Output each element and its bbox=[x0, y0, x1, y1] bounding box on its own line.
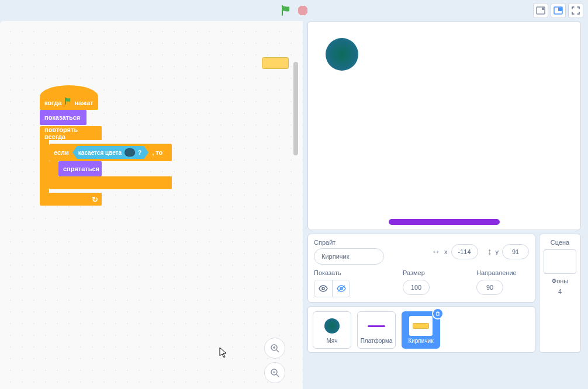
stage-sprite-platform[interactable] bbox=[389, 219, 500, 225]
svg-marker-0 bbox=[298, 6, 307, 15]
show-label: Показать bbox=[314, 269, 350, 276]
hide-block[interactable]: спрятаться bbox=[58, 161, 102, 176]
stage-panel: Сцена Фоны 4 bbox=[539, 234, 581, 353]
sprite-info-panel: Спрайт ↔ x ↕ y bbox=[307, 234, 535, 303]
backdrops-count: 4 bbox=[558, 288, 562, 295]
svg-rect-2 bbox=[542, 8, 544, 10]
if-arm bbox=[49, 161, 58, 176]
horizontal-arrows-icon: ↔ bbox=[431, 246, 441, 257]
workspace-scrollbar[interactable] bbox=[293, 50, 299, 255]
scrollbar-thumb[interactable] bbox=[293, 62, 298, 155]
zoom-controls bbox=[264, 338, 285, 383]
if-prefix: если bbox=[54, 149, 69, 156]
if-body: спрятаться bbox=[49, 161, 172, 176]
sprite-card-label: Мяч bbox=[327, 338, 338, 344]
touching-q: ? bbox=[138, 150, 141, 156]
touching-color-reporter[interactable]: касается цвета ? bbox=[72, 146, 148, 159]
sprite-card-label: Кирпичик bbox=[408, 338, 433, 344]
when-flag-clicked-block[interactable]: когда нажат bbox=[40, 90, 98, 110]
sprite-card-brick[interactable]: Кирпичик bbox=[402, 311, 440, 349]
brick-thumb-icon bbox=[413, 323, 429, 329]
platform-thumb-icon bbox=[368, 325, 385, 327]
stage-label: Сцена bbox=[551, 239, 569, 246]
sprite-card-ball[interactable]: Мяч bbox=[313, 311, 351, 349]
forever-arm bbox=[40, 140, 49, 193]
code-workspace[interactable]: когда нажат показаться повторять всегда … bbox=[0, 21, 303, 389]
zoom-in-button[interactable] bbox=[264, 338, 285, 359]
y-label: y bbox=[496, 248, 499, 255]
green-flag-icon[interactable] bbox=[280, 5, 292, 16]
svg-rect-4 bbox=[558, 8, 562, 11]
view-mode-buttons bbox=[533, 3, 583, 18]
x-label: x bbox=[444, 248, 448, 255]
color-swatch[interactable] bbox=[124, 148, 135, 157]
run-controls bbox=[280, 5, 308, 16]
backdrops-label: Фоны bbox=[552, 277, 568, 284]
right-panel: Спрайт ↔ x ↕ y bbox=[303, 21, 588, 389]
svg-point-7 bbox=[322, 287, 324, 290]
if-block-top[interactable]: если касается цвета ? , то bbox=[49, 144, 172, 161]
view-small-stage-button[interactable] bbox=[533, 3, 548, 18]
cursor-icon bbox=[219, 347, 229, 361]
sprite-name-input[interactable] bbox=[314, 248, 384, 265]
stage-thumbnail[interactable] bbox=[544, 249, 576, 274]
stage[interactable] bbox=[307, 21, 581, 230]
floating-block[interactable] bbox=[262, 57, 289, 69]
view-large-stage-button[interactable] bbox=[551, 3, 566, 18]
x-coord-group: ↔ x bbox=[431, 244, 478, 259]
y-input[interactable] bbox=[502, 244, 529, 259]
show-block[interactable]: показаться bbox=[40, 110, 87, 125]
direction-input[interactable] bbox=[476, 280, 503, 295]
forever-body: если касается цвета ? , то спрятаться bbox=[40, 140, 172, 193]
size-input[interactable] bbox=[403, 280, 430, 295]
if-block-bottom[interactable] bbox=[49, 176, 172, 189]
sprite-list: Мяч Платформа Кирпичик bbox=[307, 306, 535, 353]
ball-thumb-icon bbox=[324, 318, 340, 334]
hat-suffix: нажат bbox=[74, 99, 93, 106]
direction-label: Направление bbox=[476, 269, 517, 276]
forever-label: повторять всегда bbox=[44, 126, 97, 140]
forever-block-bottom[interactable]: ↻ bbox=[40, 193, 102, 206]
hat-prefix: когда bbox=[44, 99, 61, 106]
script-stack[interactable]: когда нажат показаться повторять всегда … bbox=[40, 90, 172, 206]
stage-sprite-ball[interactable] bbox=[326, 38, 358, 71]
fullscreen-button[interactable] bbox=[568, 3, 583, 18]
info-panel-row: Спрайт ↔ x ↕ y bbox=[307, 234, 588, 353]
touching-color-label: касается цвета bbox=[78, 150, 122, 156]
size-label: Размер bbox=[403, 269, 430, 276]
hide-button[interactable] bbox=[332, 280, 350, 297]
zoom-out-button[interactable] bbox=[264, 362, 285, 383]
forever-block-top[interactable]: повторять всегда bbox=[40, 126, 102, 140]
sprite-label: Спрайт bbox=[314, 239, 384, 246]
sprite-card-label: Платформа bbox=[361, 338, 393, 344]
show-button[interactable] bbox=[314, 280, 332, 297]
x-input[interactable] bbox=[451, 244, 478, 259]
main-area: когда нажат показаться повторять всегда … bbox=[0, 21, 588, 389]
top-bar bbox=[0, 0, 588, 21]
vertical-arrows-icon: ↕ bbox=[487, 246, 492, 257]
loop-arrow-icon: ↻ bbox=[92, 195, 98, 204]
visibility-toggle bbox=[314, 280, 350, 297]
stop-icon[interactable] bbox=[298, 5, 308, 16]
if-suffix: , то bbox=[152, 149, 162, 156]
y-coord-group: ↕ y bbox=[487, 244, 530, 259]
green-flag-icon bbox=[64, 97, 72, 106]
delete-sprite-button[interactable] bbox=[432, 308, 444, 319]
hide-label: спрятаться bbox=[63, 165, 99, 172]
sprite-card-platform[interactable]: Платформа bbox=[357, 311, 396, 349]
show-label: показаться bbox=[44, 114, 80, 121]
